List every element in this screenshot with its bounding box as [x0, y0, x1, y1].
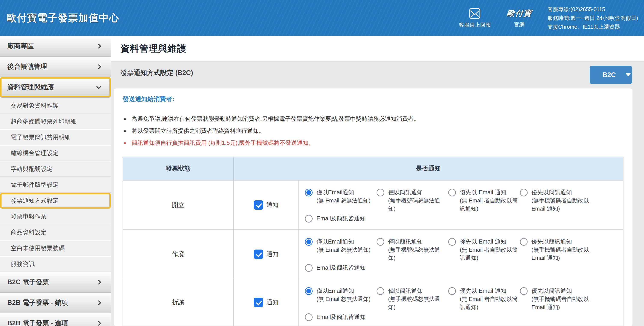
radio-sms-first[interactable] — [520, 287, 528, 295]
options-cell: 僅以Email通知(無 Email 恕無法通知) 僅以簡訊通知(無手機號碼恕無法… — [299, 279, 623, 325]
radio-sms-only[interactable] — [376, 287, 384, 295]
sidebar-item[interactable]: 交易對象資料維護 — [0, 98, 111, 114]
radio-email-only[interactable] — [305, 238, 312, 246]
chevron-right-icon — [96, 321, 101, 326]
settings-card: 發送通知給消費者: 為避免爭議,建議在任何發票狀態變動時通知消費者;另根據電子發… — [114, 89, 632, 326]
page-title: 資料管理與維護 — [120, 43, 186, 55]
radio-sms-first[interactable] — [520, 189, 528, 196]
invoice-state-label: 折讓 — [172, 298, 185, 307]
option-sms-only: 僅以簡訊通知(無手機號碼恕無法通知) — [376, 237, 446, 262]
radio-email-only[interactable] — [305, 287, 312, 295]
option-title: Email及簡訊皆通知 — [316, 214, 406, 222]
section-header: 發票通知方式設定 (B2C) B2C — [111, 62, 644, 89]
chevron-right-icon — [96, 44, 101, 49]
option-email-only: 僅以Email通知(無 Email 恕無法通知) — [305, 237, 375, 254]
sidebar-item[interactable]: 商品資料設定 — [0, 224, 111, 240]
sidebar-item[interactable]: 離線機台管理設定 — [0, 145, 111, 161]
sidebar-item-label: 電子郵件版型設定 — [11, 181, 58, 189]
radio-sms-only[interactable] — [376, 238, 384, 246]
radio-email-first[interactable] — [448, 287, 456, 295]
option-email-only: 僅以Email通知(無 Email 恕無法通知) — [305, 188, 375, 205]
radio-email-and-sms[interactable] — [305, 313, 312, 321]
notify-checkbox[interactable] — [254, 249, 263, 259]
table-header-row: 發票狀態 是否通知 — [123, 157, 623, 181]
notice-item: 將以發票開立時所提供之消費者聯絡資料進行通知。 — [129, 127, 624, 135]
browser-support: 支援Chrome、IE11以上瀏覽器 — [548, 23, 638, 31]
notify-cell: 通知 — [234, 230, 299, 279]
options-cell: 僅以Email通知(無 Email 恕無法通知) 僅以簡訊通知(無手機號碼恕無法… — [299, 230, 623, 279]
sidebar-item[interactable]: B2C 電子發票 — [0, 272, 111, 292]
envelope-icon — [469, 8, 480, 19]
chevron-right-icon — [96, 279, 101, 285]
radio-email-and-sms[interactable] — [305, 215, 312, 222]
notify-label: 通知 — [266, 298, 278, 306]
option-title: 僅以Email通知 — [316, 287, 375, 295]
option-title: 僅以Email通知 — [316, 188, 375, 196]
column-header-notify: 是否通知 — [234, 157, 623, 180]
column-header-invoice-state: 發票狀態 — [123, 157, 234, 180]
option-email-first: 優先以 Email 通知(無 Email 者自動改以簡訊通知) — [448, 287, 518, 311]
table-row: 作廢 通知 僅以Email通知(無 Email 恕無法通知) 僅以簡 — [123, 230, 623, 279]
b2c-mode-dropdown[interactable]: B2C — [590, 66, 632, 84]
sidebar-item-label: 資料管理與維護 — [7, 83, 54, 92]
option-title: 僅以簡訊通知 — [388, 287, 446, 295]
invoice-state-cell: 折讓 — [123, 279, 234, 325]
radio-email-and-sms[interactable] — [305, 264, 312, 272]
radio-email-first[interactable] — [448, 189, 456, 196]
radio-sms-first[interactable] — [520, 238, 528, 246]
sidebar-item-label: B2B 電子發票 - 進項 — [7, 319, 68, 326]
sidebar-item-label: 電子發票簡訊費用明細 — [11, 133, 70, 141]
invoice-state-label: 開立 — [172, 201, 185, 209]
option-note: (無手機號碼恕無法通知) — [388, 296, 440, 310]
sidebar-item[interactable]: 超商多媒體發票列印明細 — [0, 114, 111, 129]
option-title: 優先以簡訊通知 — [532, 237, 590, 246]
option-email-and-sms: Email及簡訊皆通知 — [305, 264, 406, 272]
opay-logo: 歐付寶 — [506, 8, 532, 19]
support-report-link[interactable]: 客服線上回報 — [459, 8, 491, 29]
sidebar-item[interactable]: 服務資訊 — [0, 256, 111, 272]
option-note: (無 Email 者自動改以簡訊通知) — [460, 246, 518, 261]
sidebar-item-label: 商品資料設定 — [11, 228, 47, 236]
notify-checkbox[interactable] — [254, 298, 263, 307]
option-email-only: 僅以Email通知(無 Email 恕無法通知) — [305, 287, 375, 303]
sidebar-item-label: 服務資訊 — [11, 260, 35, 268]
notify-label: 通知 — [266, 250, 278, 258]
notice-heading: 發送通知給消費者: — [122, 95, 624, 104]
sidebar-item[interactable]: 電子發票簡訊費用明細 — [0, 129, 111, 145]
sidebar-item[interactable]: 廠商專區 — [0, 36, 111, 57]
sidebar-item-label: 字軌與配號設定 — [11, 165, 53, 173]
sidebar-item-label: 發票申報作業 — [11, 212, 47, 221]
header-right: 客服線上回報 歐付寶 官網 客服專線:(02)2655-0115 服務時間:週一… — [459, 0, 638, 36]
sidebar-item[interactable]: 電子郵件版型設定 — [0, 177, 111, 193]
radio-sms-only[interactable] — [376, 189, 384, 196]
sidebar-item[interactable]: 發票通知方式設定 — [0, 193, 111, 209]
radio-email-only[interactable] — [305, 189, 312, 196]
sidebar-item[interactable]: B2B 電子發票 - 銷項 — [0, 292, 111, 313]
sidebar-item[interactable]: 後台帳號管理 — [0, 57, 111, 77]
official-site-link[interactable]: 歐付寶 官網 — [507, 8, 532, 28]
option-title: 僅以Email通知 — [316, 237, 375, 246]
sidebar-item[interactable]: 發票申報作業 — [0, 209, 111, 224]
option-note: (無手機號碼者自動改以 Email 通知) — [532, 246, 589, 261]
support-report-label: 客服線上回報 — [459, 22, 491, 29]
option-sms-first: 優先以簡訊通知(無手機號碼者自動改以 Email 通知) — [520, 237, 590, 262]
radio-email-first[interactable] — [448, 238, 456, 246]
invoice-state-label: 作廢 — [172, 250, 185, 259]
notification-table: 發票狀態 是否通知 開立 通知 僅以Email通知(無 — [122, 157, 624, 326]
notice-list: 為避免爭議,建議在任何發票狀態變動時通知消費者;另根據電子發票實施作業要點,發票… — [122, 115, 624, 147]
invoice-state-cell: 作廢 — [123, 230, 234, 279]
sidebar-item[interactable]: 資料管理與維護 — [0, 77, 111, 98]
sidebar: 廠商專區 後台帳號管理 資料管理與維護 交易對象資料維護 超商多媒體發票列印明細… — [0, 36, 111, 326]
service-phone: 客服專線:(02)2655-0115 — [548, 5, 638, 14]
section-title: 發票通知方式設定 (B2C) — [120, 68, 193, 77]
option-title: 優先以簡訊通知 — [532, 287, 590, 295]
sidebar-item[interactable]: 空白未使用發票號碼 — [0, 240, 111, 256]
main-content: 資料管理與維護 發票通知方式設定 (B2C) B2C 發送通知給消費者: 為避免… — [111, 36, 644, 326]
sidebar-item-label: 空白未使用發票號碼 — [11, 244, 64, 252]
sidebar-item-label: B2B 電子發票 - 銷項 — [7, 298, 68, 307]
sidebar-item[interactable]: B2B 電子發票 - 進項 — [0, 313, 111, 326]
option-note: (無手機號碼恕無法通知) — [388, 197, 440, 212]
service-info: 客服專線:(02)2655-0115 服務時間:週一~週日 24小時(含例假日)… — [548, 5, 638, 31]
notify-checkbox[interactable] — [254, 200, 263, 210]
sidebar-item[interactable]: 字軌與配號設定 — [0, 161, 111, 177]
